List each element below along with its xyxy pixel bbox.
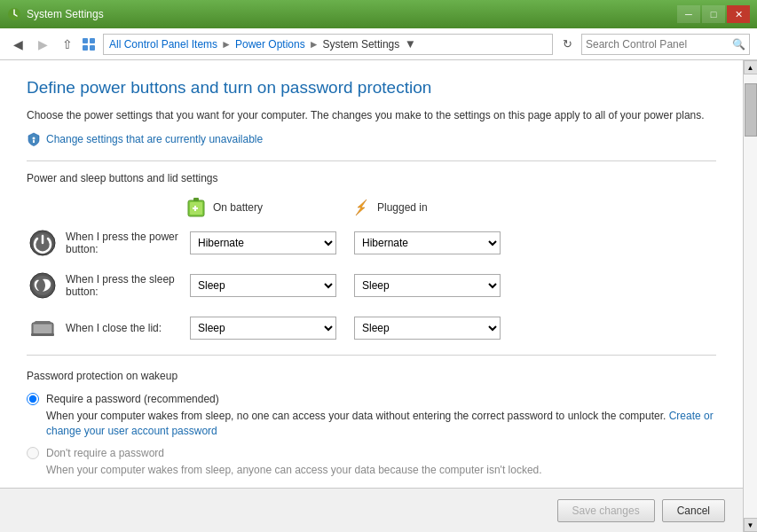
sleep-button-on-battery-select[interactable]: Do nothing Sleep Hibernate Shut down Tur… [190, 274, 336, 297]
control-panel-icon [82, 37, 96, 51]
lid-label: When I close the lid: [66, 322, 190, 334]
require-password-row: Require a password (recommended) [27, 393, 716, 405]
sleep-button-row: When I press the sleep button: Do nothin… [27, 270, 716, 301]
breadcrumb-power-options[interactable]: Power Options [235, 38, 305, 51]
plugged-in-header: Plugged in [351, 197, 497, 218]
section-divider-1 [27, 160, 716, 161]
section-divider-2 [27, 355, 716, 356]
sleep-button-plugged-in-select[interactable]: Do nothing Sleep Hibernate Shut down Tur… [354, 274, 501, 297]
require-password-radio[interactable] [27, 393, 39, 405]
main-container: Define power buttons and turn on passwor… [0, 60, 757, 532]
title-bar: System Settings ─ □ ✕ [0, 0, 757, 28]
sleep-button-icon-container [27, 270, 59, 301]
address-bar: ◀ ▶ ⇧ All Control Panel Items ► Power Op… [0, 28, 757, 60]
no-password-radio[interactable] [27, 447, 39, 459]
search-icon: 🔍 [732, 38, 745, 51]
battery-icon [186, 195, 208, 220]
search-input[interactable] [586, 38, 732, 51]
search-box: 🔍 [581, 34, 750, 55]
app-icon [7, 7, 21, 21]
sleep-button-selects: Do nothing Sleep Hibernate Shut down Tur… [190, 274, 501, 297]
window-controls: ─ □ ✕ [677, 5, 750, 23]
no-password-label[interactable]: Don't require a password [46, 447, 164, 459]
lid-selects: Do nothing Sleep Hibernate Shut down Tur… [190, 317, 501, 340]
breadcrumb-dropdown[interactable]: ▼ [401, 34, 419, 55]
plugged-in-icon [351, 197, 372, 218]
change-settings-link[interactable]: Change settings that are currently unava… [27, 132, 716, 146]
scroll-up-button[interactable]: ▲ [744, 60, 758, 74]
section1-title: Power and sleep buttons and lid settings [27, 172, 716, 184]
scrollbar[interactable]: ▲ ▼ [743, 60, 757, 532]
minimize-button[interactable]: ─ [677, 5, 700, 23]
svg-rect-3 [83, 45, 88, 51]
lid-icon-container [27, 312, 59, 344]
lid-on-battery-select[interactable]: Do nothing Sleep Hibernate Shut down Tur… [190, 317, 336, 340]
save-changes-button[interactable]: Save changes [557, 499, 655, 522]
power-button-selects: Do nothing Sleep Hibernate Shut down Tur… [190, 231, 501, 254]
lid-close-icon [28, 314, 57, 342]
require-password-label[interactable]: Require a password (recommended) [46, 393, 219, 405]
sleep-button-label: When I press the sleep button: [66, 273, 190, 298]
require-password-desc-text: When your computer wakes from sleep, no … [46, 410, 669, 422]
bottom-action-bar: Save changes Cancel [0, 488, 743, 532]
back-button[interactable]: ◀ [7, 34, 28, 55]
power-button-icon [28, 229, 57, 257]
change-settings-anchor[interactable]: Change settings that are currently unava… [46, 133, 263, 145]
up-button[interactable]: ⇧ [57, 34, 78, 55]
svg-rect-6 [33, 140, 35, 143]
require-password-desc: When your computer wakes from sleep, no … [46, 409, 716, 439]
plugged-in-label: Plugged in [377, 201, 428, 214]
breadcrumb-current: System Settings [323, 38, 400, 51]
window-title: System Settings [27, 8, 104, 20]
content-area: Define power buttons and turn on passwor… [0, 60, 743, 532]
on-battery-label: On battery [213, 201, 263, 214]
svg-rect-4 [90, 45, 95, 51]
shield-icon [27, 132, 41, 146]
sleep-button-icon [28, 271, 57, 300]
cancel-button[interactable]: Cancel [662, 499, 725, 522]
no-password-option: Don't require a password When your compu… [27, 447, 716, 478]
lid-row: When I close the lid: Do nothing Sleep H… [27, 312, 716, 344]
page-title: Define power buttons and turn on passwor… [27, 78, 716, 98]
svg-rect-2 [90, 38, 95, 43]
scroll-down-button[interactable]: ▼ [744, 518, 758, 532]
svg-rect-18 [31, 333, 54, 336]
maximize-button[interactable]: □ [702, 5, 725, 23]
on-battery-header: On battery [186, 195, 333, 220]
power-table-headers: On battery Plugged in [186, 195, 716, 220]
breadcrumb: All Control Panel Items ► Power Options … [103, 34, 553, 55]
scroll-track[interactable] [744, 74, 757, 518]
refresh-button[interactable]: ↻ [556, 34, 578, 55]
close-button[interactable]: ✕ [727, 5, 750, 23]
no-password-desc: When your computer wakes from sleep, any… [46, 463, 716, 478]
svg-rect-8 [193, 198, 199, 201]
power-button-icon-container [27, 227, 59, 259]
password-section-title: Password protection on wakeup [27, 370, 716, 382]
breadcrumb-all-control-panel[interactable]: All Control Panel Items [109, 38, 217, 51]
page-subtitle: Choose the power settings that you want … [27, 108, 716, 123]
no-password-row: Don't require a password [27, 447, 716, 459]
lid-plugged-in-select[interactable]: Do nothing Sleep Hibernate Shut down Tur… [354, 317, 501, 340]
require-password-option: Require a password (recommended) When yo… [27, 393, 716, 439]
power-button-label: When I press the power button: [66, 231, 190, 255]
svg-rect-17 [34, 325, 51, 333]
svg-point-5 [33, 137, 35, 139]
power-button-on-battery-select[interactable]: Do nothing Sleep Hibernate Shut down Tur… [190, 231, 336, 254]
scroll-thumb[interactable] [745, 83, 757, 137]
password-section: Password protection on wakeup Require a … [27, 370, 716, 478]
svg-rect-1 [83, 38, 88, 43]
power-button-row: When I press the power button: Do nothin… [27, 227, 716, 259]
forward-button[interactable]: ▶ [32, 34, 53, 55]
power-button-plugged-in-select[interactable]: Do nothing Sleep Hibernate Shut down Tur… [354, 231, 501, 254]
